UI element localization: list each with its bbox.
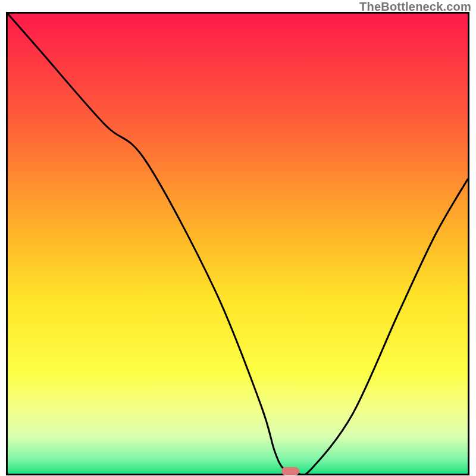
optimal-marker bbox=[281, 467, 299, 475]
chart-background bbox=[8, 14, 468, 474]
chart-canvas bbox=[8, 14, 468, 474]
attribution-text: TheBottleneck.com bbox=[359, 0, 471, 14]
